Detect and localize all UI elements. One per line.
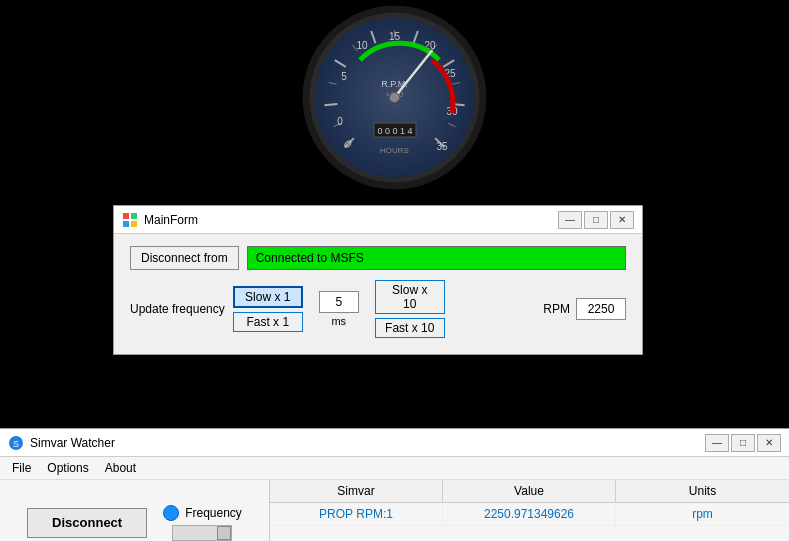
form-content: Disconnect from Connected to MSFS Update… (114, 234, 642, 354)
gauge-svg: 0 0 5 10 15 20 25 30 35 R.P.M. ×100 0 0 … (302, 5, 487, 190)
header-value: Value (443, 480, 616, 502)
ms-input[interactable] (319, 291, 359, 313)
minimize-button[interactable]: — (558, 211, 582, 229)
frequency-slider-track[interactable] (172, 525, 232, 541)
simvar-title-controls: — □ ✕ (705, 434, 781, 452)
ms-box: ms (319, 291, 359, 327)
menu-file[interactable]: File (4, 459, 39, 477)
left-freq-buttons: Slow x 1 Fast x 1 (233, 286, 303, 332)
svg-text:HOURS: HOURS (380, 146, 409, 155)
simvar-table: Simvar Value Units PROP RPM:1 2250.97134… (270, 480, 789, 541)
svg-rect-34 (123, 213, 129, 219)
svg-text:0 0 0 1 4: 0 0 0 1 4 (377, 126, 412, 136)
frequency-label: Frequency (185, 506, 242, 520)
main-form-title: MainForm (144, 213, 198, 227)
simvar-maximize-button[interactable]: □ (731, 434, 755, 452)
simvar-app-icon: S (8, 435, 24, 451)
frequency-slider-thumb (217, 526, 231, 540)
disconnect-from-button[interactable]: Disconnect from (130, 246, 239, 270)
title-controls: — □ ✕ (558, 211, 634, 229)
fast-x10-button[interactable]: Fast x 10 (375, 318, 445, 338)
svg-rect-35 (131, 213, 137, 219)
svg-text:0: 0 (337, 116, 343, 127)
svg-text:10: 10 (356, 40, 368, 51)
cell-simvar: PROP RPM:1 (270, 503, 443, 525)
frequency-indicator (163, 505, 179, 521)
app-icon (122, 212, 138, 228)
cell-value: 2250.971349626 (443, 503, 616, 525)
svg-rect-37 (131, 221, 137, 227)
update-frequency-label: Update frequency (130, 302, 225, 316)
simvar-menu-bar: File Options About (0, 457, 789, 480)
svg-text:S: S (13, 439, 19, 449)
title-bar-left: MainForm (122, 212, 198, 228)
simvar-title-bar: S Simvar Watcher — □ ✕ (0, 429, 789, 457)
gauge-container: 0 0 5 10 15 20 25 30 35 R.P.M. ×100 0 0 … (302, 5, 487, 190)
table-row: PROP RPM:1 2250.971349626 rpm (270, 503, 789, 526)
table-header: Simvar Value Units (270, 480, 789, 503)
slow-x1-button[interactable]: Slow x 1 (233, 286, 303, 308)
top-area: 0 0 5 10 15 20 25 30 35 R.P.M. ×100 0 0 … (0, 0, 789, 195)
close-button[interactable]: ✕ (610, 211, 634, 229)
maximize-button[interactable]: □ (584, 211, 608, 229)
svg-text:15: 15 (389, 31, 401, 42)
rpm-section: RPM 2250 (543, 298, 626, 320)
svg-text:35: 35 (436, 141, 448, 152)
right-freq-buttons: Slow x 10 Fast x 10 (375, 280, 445, 338)
svg-text:5: 5 (341, 71, 347, 82)
rpm-label: RPM (543, 302, 570, 316)
connection-status: Connected to MSFS (247, 246, 626, 270)
ms-label: ms (331, 315, 346, 327)
simvar-watcher-window: S Simvar Watcher — □ ✕ File Options Abou… (0, 428, 789, 541)
simvar-left-panel: Disconnect Frequency (0, 480, 270, 541)
simvar-title-text: Simvar Watcher (30, 436, 115, 450)
connection-row: Disconnect from Connected to MSFS (130, 246, 626, 270)
header-units: Units (616, 480, 789, 502)
header-simvar: Simvar (270, 480, 443, 502)
cell-units: rpm (616, 503, 789, 525)
main-form-window: MainForm — □ ✕ Disconnect from Connected… (113, 205, 643, 355)
simvar-minimize-button[interactable]: — (705, 434, 729, 452)
svg-rect-36 (123, 221, 129, 227)
menu-options[interactable]: Options (39, 459, 96, 477)
update-frequency-row: Update frequency Slow x 1 Fast x 1 ms Sl… (130, 280, 626, 338)
menu-about[interactable]: About (97, 459, 144, 477)
main-form-title-bar: MainForm — □ ✕ (114, 206, 642, 234)
simvar-title-left: S Simvar Watcher (8, 435, 115, 451)
disconnect-main-button[interactable]: Disconnect (27, 508, 147, 538)
simvar-body: Disconnect Frequency Simvar Val (0, 480, 789, 541)
rpm-value: 2250 (576, 298, 626, 320)
fast-x1-button[interactable]: Fast x 1 (233, 312, 303, 332)
svg-point-33 (390, 93, 400, 103)
simvar-close-button[interactable]: ✕ (757, 434, 781, 452)
slow-x10-button[interactable]: Slow x 10 (375, 280, 445, 314)
